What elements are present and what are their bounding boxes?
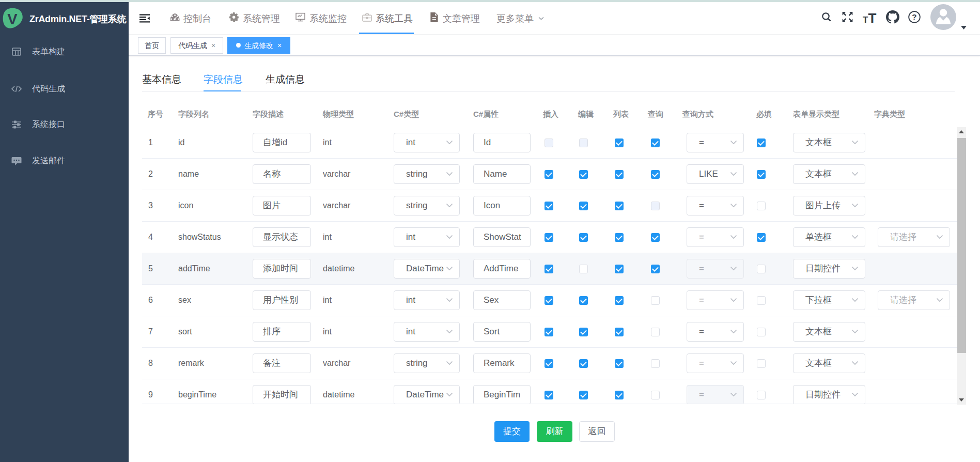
svg-text:?: ?: [912, 12, 916, 21]
svg-text:V: V: [7, 11, 18, 27]
